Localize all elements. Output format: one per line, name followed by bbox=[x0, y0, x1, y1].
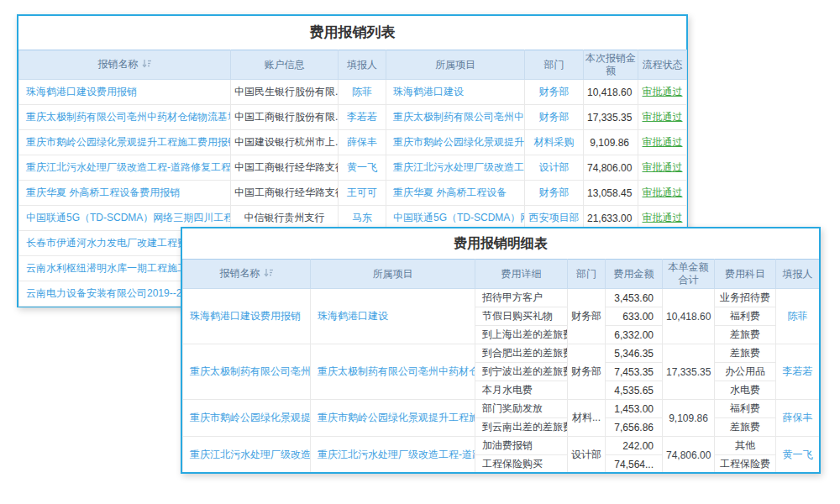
table-row: 重庆市鹅岭公园绿化景观提升工程施 重庆市鹅岭公园绿化景观提升工程施工 部门奖励发… bbox=[183, 400, 820, 418]
cell-total-amount: 74,806.00 bbox=[663, 437, 715, 474]
cell-expense-amount: 74,564... bbox=[606, 455, 663, 474]
cell-report-name[interactable]: 重庆江北污水处理厂级改造工程-道 bbox=[183, 437, 311, 474]
detail-header-row: 报销名称 所属项目 费用详细 部门 费用金额 本单金额合计 费用科目 填报人 bbox=[183, 260, 820, 289]
cell-status[interactable]: 审批通过 bbox=[638, 130, 687, 155]
cell-reporter[interactable]: 李若若 bbox=[339, 105, 386, 130]
cell-expense-amount: 242.00 bbox=[606, 437, 663, 455]
expense-detail-table: 报销名称 所属项目 费用详细 部门 费用金额 本单金额合计 费用科目 填报人 珠… bbox=[182, 259, 820, 474]
table-row: 重庆太极制药有限公司亳州中药材仓储物流基地项... 中国工商银行股份有限... … bbox=[19, 105, 687, 130]
cell-project[interactable]: 重庆江北污水处理厂级改造工程-道路修复工程 bbox=[311, 437, 475, 474]
cell-report-name[interactable]: 珠海鹤港口建设费用报销 bbox=[183, 289, 311, 344]
cell-expense-amount: 7,453.35 bbox=[606, 363, 663, 381]
cell-total-amount: 9,109.86 bbox=[663, 400, 715, 437]
cell-project[interactable]: 重庆太极制药有限公司亳州中药材仓储物流 bbox=[311, 344, 475, 400]
list-header-row: 报销名称 账户信息 填报人 所属项目 部门 本次报销金额 流程状态 bbox=[19, 50, 687, 80]
cell-reporter[interactable]: 李若若 bbox=[776, 344, 820, 400]
cell-status[interactable]: 审批通过 bbox=[638, 155, 687, 181]
cell-category: 工程保险费 bbox=[715, 455, 776, 474]
header-dept: 部门 bbox=[525, 50, 584, 80]
cell-report-name[interactable]: 重庆华夏 外高桥工程设备费用报销 bbox=[19, 181, 231, 206]
table-row: 珠海鹤港口建设费用报销 珠海鹤港口建设 招待甲方客户 财务部 3,453.60 … bbox=[183, 289, 820, 307]
cell-amount: 10,418.60 bbox=[584, 80, 638, 105]
cell-report-name[interactable]: 重庆市鹅岭公园绿化景观提升工程施工费用报销 bbox=[19, 130, 231, 155]
cell-dept[interactable]: 财务部 bbox=[525, 80, 584, 105]
cell-expense-detail: 到宁波出差的差旅费 bbox=[475, 363, 568, 381]
header-report-name[interactable]: 报销名称 bbox=[183, 260, 311, 289]
header-account: 账户信息 bbox=[231, 50, 339, 80]
cell-project[interactable]: 重庆市鹅岭公园绿化景观提升工程施工 bbox=[311, 400, 475, 437]
table-row: 重庆市鹅岭公园绿化景观提升工程施工费用报销 中国建设银行杭州市上... 薛保丰 … bbox=[19, 130, 687, 155]
cell-reporter[interactable]: 黄一飞 bbox=[776, 437, 820, 474]
cell-report-name[interactable]: 重庆太极制药有限公司亳州中药材仓储物流基地项... bbox=[19, 105, 231, 130]
cell-account: 中国工商银行经华路支行 bbox=[231, 181, 339, 206]
cell-expense-amount: 3,453.60 bbox=[606, 289, 663, 307]
cell-reporter[interactable]: 薛保丰 bbox=[339, 130, 386, 155]
cell-expense-amount: 7,656.86 bbox=[606, 418, 663, 437]
header-total-amount: 本单金额合计 bbox=[663, 260, 715, 289]
cell-account: 中国工商银行经华路支行 bbox=[231, 155, 339, 181]
cell-dept[interactable]: 财务部 bbox=[525, 105, 584, 130]
header-report-name[interactable]: 报销名称 bbox=[19, 50, 231, 80]
cell-reporter[interactable]: 王可可 bbox=[339, 181, 386, 206]
cell-dept[interactable]: 材料采购 bbox=[525, 130, 584, 155]
cell-expense-detail: 加油费报销 bbox=[475, 437, 568, 455]
cell-status[interactable]: 审批通过 bbox=[638, 105, 687, 130]
cell-category: 差旅费 bbox=[715, 326, 776, 344]
table-row: 重庆太极制药有限公司亳州中药材 重庆太极制药有限公司亳州中药材仓储物流 到合肥出… bbox=[183, 344, 820, 363]
cell-reporter[interactable]: 陈菲 bbox=[776, 289, 820, 344]
cell-reporter[interactable]: 陈菲 bbox=[339, 80, 386, 105]
cell-dept[interactable]: 设计部 bbox=[525, 155, 584, 181]
cell-report-name[interactable]: 重庆江北污水处理厂级改造工程-道路修复工程费用... bbox=[19, 155, 231, 181]
expense-detail-panel: 费用报销明细表 报销名称 所属项目 费用详细 部门 费用金额 本单金额合计 费用… bbox=[181, 227, 821, 474]
cell-report-name[interactable]: 重庆太极制药有限公司亳州中药材 bbox=[183, 344, 311, 400]
cell-project[interactable]: 重庆江北污水处理厂级改造工... bbox=[386, 155, 525, 181]
cell-expense-detail: 到云南出差的差旅费 bbox=[475, 418, 568, 437]
header-report-name-label: 报销名称 bbox=[98, 58, 139, 70]
cell-expense-amount: 1,453.00 bbox=[606, 400, 663, 418]
cell-total-amount: 10,418.60 bbox=[663, 289, 715, 344]
cell-account: 中国工商银行股份有限... bbox=[231, 105, 339, 130]
header-expense-detail: 费用详细 bbox=[475, 260, 568, 289]
cell-expense-detail: 节假日购买礼物 bbox=[475, 307, 568, 326]
cell-project[interactable]: 重庆市鹅岭公园绿化景观提升... bbox=[386, 130, 525, 155]
header-project: 所属项目 bbox=[311, 260, 475, 289]
cell-status[interactable]: 审批通过 bbox=[638, 80, 687, 105]
cell-project[interactable]: 珠海鹤港口建设 bbox=[311, 289, 475, 344]
cell-total-amount: 17,335.35 bbox=[663, 344, 715, 400]
cell-expense-detail: 工程保险购买 bbox=[475, 455, 568, 474]
sort-icon[interactable] bbox=[264, 268, 274, 281]
cell-expense-detail: 到合肥出差的差旅费 bbox=[475, 344, 568, 363]
cell-project[interactable]: 珠海鹤港口建设 bbox=[386, 80, 525, 105]
table-row: 重庆华夏 外高桥工程设备费用报销 中国工商银行经华路支行 王可可 重庆华夏 外高… bbox=[19, 181, 687, 206]
cell-amount: 17,335.35 bbox=[584, 105, 638, 130]
cell-expense-detail: 到上海出差的差旅费 bbox=[475, 326, 568, 344]
page: 费用报销列表 报销名称 账户信息 填报人 所属项目 部门 本次报销金额 流程状态 bbox=[0, 0, 840, 504]
cell-project[interactable]: 重庆太极制药有限公司亳州中... bbox=[386, 105, 525, 130]
cell-expense-detail: 本月水电费 bbox=[475, 381, 568, 400]
table-row: 重庆江北污水处理厂级改造工程-道 重庆江北污水处理厂级改造工程-道路修复工程 加… bbox=[183, 437, 820, 455]
cell-report-name[interactable]: 重庆市鹅岭公园绿化景观提升工程施 bbox=[183, 400, 311, 437]
cell-dept: 财务部 bbox=[568, 344, 606, 400]
cell-reporter[interactable]: 薛保丰 bbox=[776, 400, 820, 437]
header-status: 流程状态 bbox=[638, 50, 687, 80]
cell-expense-detail: 招待甲方客户 bbox=[475, 289, 568, 307]
cell-expense-detail: 部门奖励发放 bbox=[475, 400, 568, 418]
cell-project[interactable]: 重庆华夏 外高桥工程设备 bbox=[386, 181, 525, 206]
header-report-name-label: 报销名称 bbox=[220, 267, 260, 279]
cell-category: 水电费 bbox=[715, 381, 776, 400]
header-reporter: 填报人 bbox=[339, 50, 386, 80]
cell-status[interactable]: 审批通过 bbox=[638, 181, 687, 206]
table-row: 重庆江北污水处理厂级改造工程-道路修复工程费用... 中国工商银行经华路支行 黄… bbox=[19, 155, 687, 181]
header-amount: 本次报销金额 bbox=[584, 50, 638, 80]
cell-reporter[interactable]: 黄一飞 bbox=[339, 155, 386, 181]
header-project: 所属项目 bbox=[386, 50, 525, 80]
header-dept: 部门 bbox=[568, 260, 606, 289]
cell-category: 福利费 bbox=[715, 400, 776, 418]
cell-dept[interactable]: 财务部 bbox=[525, 181, 584, 206]
cell-account: 中国建设银行杭州市上... bbox=[231, 130, 339, 155]
cell-dept: 材料... bbox=[568, 400, 606, 437]
cell-amount: 74,806.00 bbox=[584, 155, 638, 181]
sort-icon[interactable] bbox=[142, 59, 152, 71]
cell-report-name[interactable]: 珠海鹤港口建设费用报销 bbox=[19, 80, 231, 105]
cell-category: 差旅费 bbox=[715, 418, 776, 437]
